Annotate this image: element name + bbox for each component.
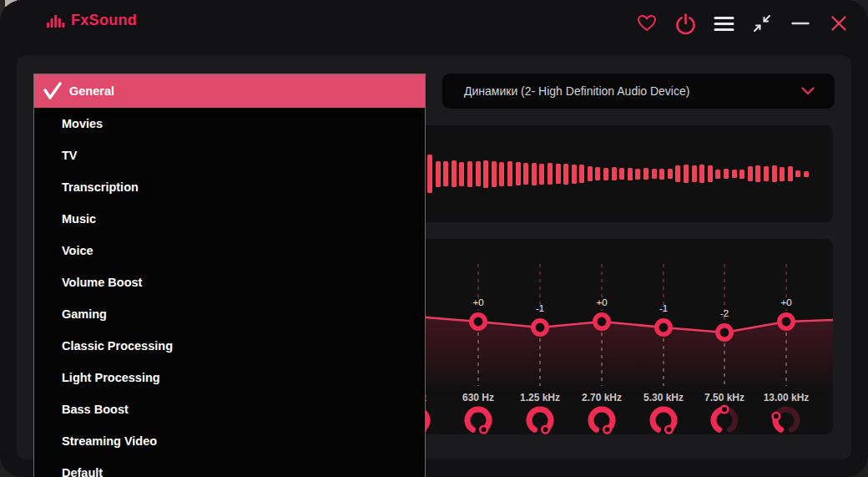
eq-frequency-label: 13.00 kHz — [764, 392, 810, 403]
eq-knob[interactable] — [591, 409, 613, 434]
spectrum-bar — [780, 167, 785, 181]
eq-frequency-label: 5.30 kHz — [643, 392, 684, 403]
preset-menu-item[interactable]: Movies — [34, 108, 425, 140]
eq-knob[interactable] — [773, 409, 797, 429]
preset-menu-item[interactable]: Music — [34, 203, 425, 235]
spectrum-bar — [443, 161, 448, 186]
spectrum-bar — [708, 165, 713, 182]
titlebar-icons — [628, 0, 858, 47]
eq-knob[interactable] — [653, 409, 674, 434]
spectrum-bar — [507, 161, 512, 186]
spectrum-bar — [603, 168, 608, 180]
preset-menu-item[interactable]: TV — [34, 140, 425, 171]
compact-view-icon[interactable] — [743, 0, 781, 47]
preset-menu-item[interactable]: Voice — [34, 235, 425, 266]
spectrum-bar — [556, 164, 561, 184]
preset-menu-item-label: Movies — [62, 117, 103, 130]
eq-band-handle[interactable] — [595, 315, 608, 328]
spectrum-bar — [483, 160, 488, 188]
spectrum-bar — [668, 169, 673, 179]
checkmark-icon — [43, 82, 63, 100]
minimize-icon[interactable] — [781, 0, 820, 47]
preset-menu-item-label: Default — [62, 466, 103, 477]
preset-menu-item[interactable]: Bass Boost — [34, 393, 425, 425]
preset-menu-item-label: Classic Processing — [62, 339, 173, 353]
eq-gain-label: -2 — [720, 308, 729, 318]
spectrum-bar — [692, 165, 697, 182]
spectrum-bar — [588, 166, 593, 181]
eq-gain-label: +0 — [596, 297, 607, 307]
spectrum-bar — [675, 165, 680, 182]
spectrum-bar — [499, 162, 504, 186]
knob-indicator-dot — [773, 413, 780, 420]
eq-frequency-label: 7.50 kHz — [704, 392, 744, 403]
knob-indicator-dot — [480, 426, 487, 434]
spectrum-bar — [699, 165, 704, 183]
spectrum-bar — [579, 165, 584, 183]
preset-menu-item[interactable]: Default — [34, 457, 425, 477]
preset-menu-item[interactable]: Classic Processing — [34, 330, 425, 362]
chevron-down-icon — [801, 87, 815, 95]
preset-menu-item-label: Light Processing — [62, 371, 160, 384]
preset-menu-item[interactable]: Streaming Video — [34, 425, 425, 457]
spectrum-bar — [619, 168, 624, 180]
eq-knob[interactable] — [529, 409, 551, 434]
spectrum-bar — [532, 163, 537, 185]
spectrum-bar — [772, 165, 777, 182]
spectrum-bar — [788, 166, 793, 181]
spectrum-bar — [595, 167, 600, 180]
eq-knob[interactable] — [714, 406, 735, 430]
preset-menu-item[interactable]: Transcription — [34, 171, 425, 203]
preset-menu-item[interactable]: Gaming — [34, 298, 425, 330]
spectrum-bar — [724, 169, 729, 179]
spectrum-bar — [523, 163, 528, 185]
spectrum-bar — [539, 164, 544, 185]
equalizer-bars-icon — [47, 13, 65, 28]
favorite-heart-icon[interactable] — [628, 0, 666, 47]
eq-gain-label: -1 — [536, 303, 544, 313]
eq-gain-label: +0 — [780, 297, 791, 307]
spectrum-bar — [516, 162, 521, 185]
spectrum-bar — [748, 166, 753, 181]
eq-band-handle[interactable] — [657, 321, 670, 334]
spectrum-bar — [563, 164, 568, 185]
spectrum-bar — [659, 169, 664, 180]
eq-band-handle[interactable] — [533, 321, 547, 334]
app-logo: FxSound — [47, 12, 137, 29]
eq-frequency-label: 1.25 kHz — [520, 392, 560, 403]
spectrum-bar — [635, 169, 640, 180]
spectrum-bar — [795, 170, 800, 177]
preset-menu-item-label: TV — [62, 149, 78, 162]
eq-frequency-label: 630 Hz — [462, 392, 494, 403]
eq-band-handle[interactable] — [718, 326, 731, 339]
close-icon[interactable] — [820, 0, 858, 47]
eq-band-handle[interactable] — [472, 315, 485, 328]
spectrum-bars — [427, 125, 809, 222]
preset-menu-item[interactable]: General — [34, 74, 425, 108]
power-icon[interactable] — [666, 0, 704, 47]
menu-icon[interactable] — [704, 0, 743, 47]
spectrum-bar — [732, 170, 737, 178]
eq-knob[interactable] — [467, 409, 489, 434]
spectrum-bar — [643, 168, 648, 180]
spectrum-bar — [612, 167, 617, 180]
preset-menu-item-label: General — [69, 84, 114, 98]
preset-menu-item-label: Transcription — [62, 180, 139, 194]
preset-menu-item-label: Gaming — [62, 307, 107, 321]
preset-menu-item[interactable]: Volume Boost — [34, 266, 425, 298]
preset-menu-item-label: Bass Boost — [62, 403, 129, 416]
preset-menu-item-label: Voice — [62, 244, 93, 257]
spectrum-bar — [755, 165, 760, 182]
output-device-dropdown[interactable]: Динамики (2- High Definition Audio Devic… — [442, 74, 835, 109]
spectrum-bar — [492, 161, 497, 187]
preset-menu-item[interactable]: Light Processing — [34, 362, 425, 393]
eq-band-handle[interactable] — [780, 315, 793, 328]
knob-indicator-dot — [603, 426, 611, 434]
spectrum-bar — [628, 168, 633, 180]
preset-menu-item-label: Streaming Video — [62, 434, 157, 448]
spectrum-bar — [459, 162, 464, 186]
spectrum-bar — [715, 170, 720, 179]
spectrum-bar — [452, 160, 457, 187]
preset-menu-item-label: Volume Boost — [62, 276, 142, 289]
spectrum-bar — [739, 170, 744, 179]
